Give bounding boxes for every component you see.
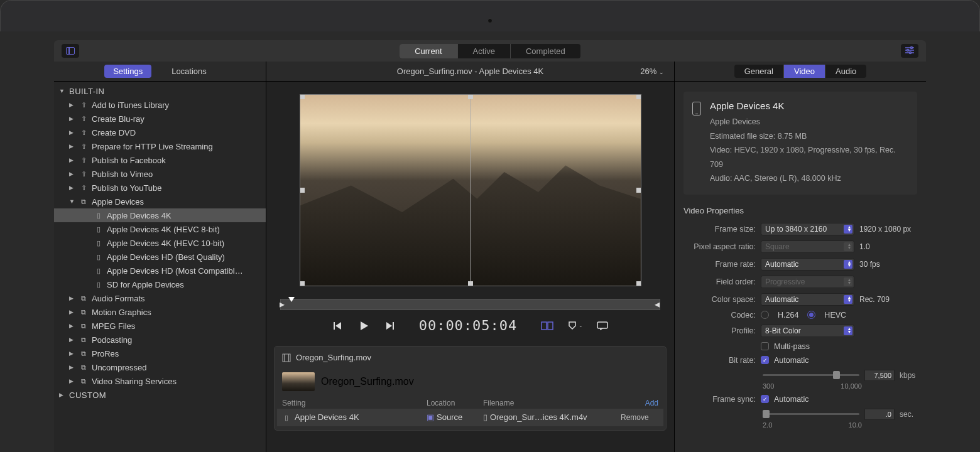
tab-settings[interactable]: Settings — [104, 65, 151, 78]
skip-back-button[interactable] — [332, 320, 344, 331]
tree-item-apple-4k-8bit[interactable]: ▯Apple Devices 4K (HEVC 8-bit) — [54, 222, 266, 236]
tree-item-apple-4k[interactable]: ▯Apple Devices 4K — [54, 208, 266, 222]
thumbnail — [282, 372, 315, 391]
label-par: Pixel aspect ratio: — [683, 242, 756, 251]
tab-locations[interactable]: Locations — [163, 65, 215, 78]
crop-handle[interactable] — [300, 281, 305, 286]
compare-button[interactable] — [541, 321, 553, 331]
input-bitrate[interactable]: 7,500 — [864, 370, 895, 381]
svg-rect-13 — [288, 354, 289, 362]
preview-area — [266, 82, 674, 286]
tree-item-sharing[interactable]: ▶⧉Video Sharing Services — [54, 374, 266, 388]
radio-hevc[interactable] — [807, 311, 815, 319]
slider-frame-sync[interactable] — [763, 413, 859, 415]
select-color-space[interactable]: Automatic▴▾ — [761, 293, 854, 306]
add-button[interactable]: Add — [628, 399, 658, 407]
settings-sidebar: ▼BUILT-IN ▶⇧Add to iTunes Library ▶⇧Crea… — [54, 82, 266, 452]
crop-handle[interactable] — [468, 281, 473, 286]
input-frame-sync[interactable]: .0 — [864, 409, 895, 420]
timeline-out-icon[interactable]: ◂ — [655, 298, 661, 312]
label-multipass: Multi-pass — [774, 342, 810, 351]
select-frame-rate[interactable]: Automatic▴▾ — [761, 258, 854, 271]
phone-icon: ▯ — [94, 239, 103, 247]
disclosure-triangle-icon: ▶ — [69, 143, 77, 149]
tree-item-apple-4k-10bit[interactable]: ▯Apple Devices 4K (HEVC 10-bit) — [54, 236, 266, 250]
checkbox-multipass[interactable] — [761, 342, 769, 350]
timecode-display[interactable]: 00:00:05:04 — [419, 318, 518, 333]
checkbox-bitrate-auto[interactable]: ✓ — [761, 356, 769, 364]
phone-icon: ▯ — [282, 414, 291, 422]
tab-general[interactable]: General — [734, 65, 784, 78]
select-profile[interactable]: 8-Bit Color▴▾ — [761, 325, 854, 337]
label-profile: Profile: — [683, 326, 756, 335]
crop-handle[interactable] — [636, 188, 641, 193]
zoom-menu[interactable]: 26% ⌄ — [640, 67, 664, 76]
movie-icon — [282, 353, 291, 362]
tree-item-vimeo[interactable]: ▶⇧Publish to Vimeo — [54, 167, 266, 181]
tree-item-apple-hd-best[interactable]: ▯Apple Devices HD (Best Quality) — [54, 250, 266, 264]
tab-active[interactable]: Active — [458, 44, 511, 58]
value-color-space: Rec. 709 — [859, 295, 917, 304]
radio-h264[interactable] — [761, 311, 769, 319]
tree-item-apple-sd[interactable]: ▯SD for Apple Devices — [54, 277, 266, 291]
value-frame-rate: 30 fps — [859, 260, 917, 269]
preset-icon: ⧉ — [79, 363, 88, 372]
crop-handle[interactable] — [300, 94, 305, 99]
select-frame-size[interactable]: Up to 3840 x 2160▴▾ — [761, 223, 854, 235]
tree-item-audio-formats[interactable]: ▶⧉Audio Formats — [54, 291, 266, 305]
share-icon: ⇧ — [79, 156, 88, 164]
timeline-in-icon[interactable]: ▸ — [280, 298, 286, 312]
tree-item-http[interactable]: ▶⇧Prepare for HTTP Live Streaming — [54, 139, 266, 153]
disclosure-triangle-icon: ▶ — [59, 392, 67, 398]
preset-subtitle: Apple Devices — [710, 115, 908, 129]
tree-item-youtube[interactable]: ▶⇧Publish to YouTube — [54, 181, 266, 195]
crop-handle[interactable] — [636, 94, 641, 99]
phone-icon: ▯ — [94, 266, 103, 275]
video-preview[interactable] — [300, 94, 641, 286]
batch-item[interactable]: Oregon_Surfing.mov — [277, 369, 663, 395]
tree-item-dvd[interactable]: ▶⇧Create DVD — [54, 126, 266, 139]
tree-item-mpeg[interactable]: ▶⧉MPEG Files — [54, 319, 266, 333]
crop-handle[interactable] — [300, 188, 305, 193]
tab-audio[interactable]: Audio — [825, 65, 866, 78]
remove-button[interactable]: Remove — [621, 413, 658, 422]
playhead-icon[interactable] — [288, 297, 295, 302]
checkbox-sync-auto[interactable]: ✓ — [761, 395, 769, 403]
svg-rect-6 — [334, 322, 335, 330]
tree-item-prores[interactable]: ▶⧉ProRes — [54, 347, 266, 360]
disclosure-triangle-icon: ▶ — [69, 295, 77, 301]
disclosure-triangle-icon: ▼ — [59, 88, 67, 94]
preset-icon: ⧉ — [79, 335, 88, 344]
inspector-toggle-button[interactable] — [901, 44, 918, 58]
marker-button[interactable]: ⌄ — [567, 321, 583, 331]
crop-handle[interactable] — [636, 281, 641, 286]
tree-item-itunes[interactable]: ▶⇧Add to iTunes Library — [54, 98, 266, 112]
crop-handle[interactable] — [468, 94, 473, 99]
tab-current[interactable]: Current — [400, 44, 457, 58]
preset-icon: ⧉ — [79, 377, 88, 385]
slider-bitrate[interactable] — [763, 374, 859, 376]
tree-item-facebook[interactable]: ▶⇧Publish to Facebook — [54, 153, 266, 167]
tab-video[interactable]: Video — [784, 65, 825, 78]
play-button[interactable] — [357, 320, 370, 332]
sidebar-toggle-button[interactable] — [62, 44, 79, 58]
tree-item-motion[interactable]: ▶⧉Motion Graphics — [54, 305, 266, 319]
tree-item-uncompressed[interactable]: ▶⧉Uncompressed — [54, 360, 266, 374]
tree-item-apple-hd-compat[interactable]: ▯Apple Devices HD (Most Compatibl… — [54, 264, 266, 277]
phone-icon — [692, 102, 701, 116]
col-setting: Setting — [282, 399, 427, 407]
batch-item-name: Oregon_Surfing.mov — [321, 376, 414, 387]
skip-forward-button[interactable] — [384, 320, 395, 331]
timeline-scrubber[interactable]: ▸ ◂ — [280, 299, 660, 310]
tree-item-apple-devices[interactable]: ▼⧉Apple Devices — [54, 195, 266, 208]
batch-row[interactable]: ▯Apple Devices 4K ▣Source ▯Oregon_Sur…ic… — [277, 409, 663, 426]
tree-item-bluray[interactable]: ▶⇧Create Blu-ray — [54, 112, 266, 126]
devices-icon: ⧉ — [79, 197, 88, 206]
tab-completed[interactable]: Completed — [511, 44, 580, 58]
captions-button[interactable] — [597, 321, 608, 330]
tree-header-custom[interactable]: ▶CUSTOM — [54, 388, 266, 402]
folder-icon: ▣ — [427, 412, 434, 422]
tree-item-podcasting[interactable]: ▶⧉Podcasting — [54, 333, 266, 347]
chevron-down-icon: ⌄ — [579, 323, 583, 328]
tree-header-builtin[interactable]: ▼BUILT-IN — [54, 84, 266, 98]
